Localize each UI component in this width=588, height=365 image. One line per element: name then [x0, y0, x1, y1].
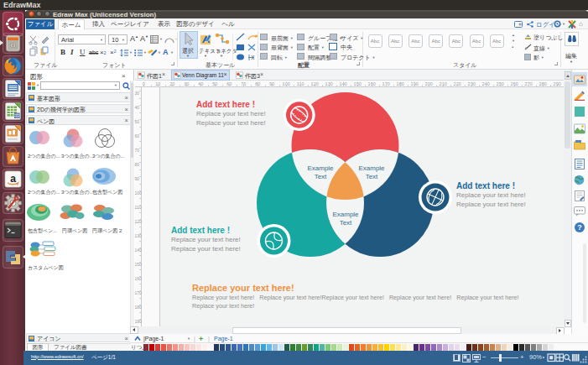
svg-text:a: a: [10, 173, 16, 185]
